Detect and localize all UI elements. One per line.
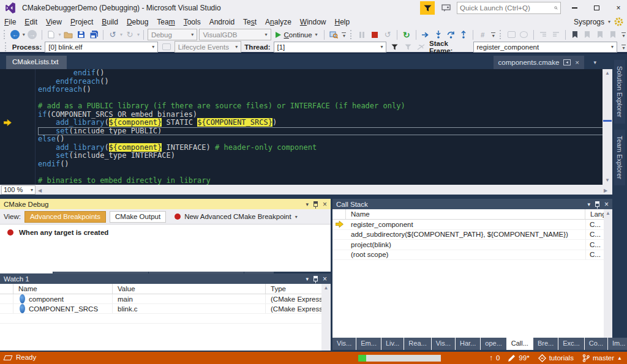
code-line[interactable] <box>38 168 612 177</box>
code-line[interactable]: else() <box>38 135 612 144</box>
new-breakpoint-caret-icon[interactable]: ▾ <box>295 214 298 220</box>
toolbar-overflow-icon[interactable]: ▾ <box>340 32 347 37</box>
breakpoints-window-icon[interactable] <box>506 29 517 40</box>
close-panel-icon[interactable]: × <box>604 200 609 209</box>
menu-tools[interactable]: Tools <box>179 17 205 28</box>
window-position-caret-icon[interactable]: ▾ <box>306 201 309 207</box>
column-name[interactable]: Name <box>13 284 113 294</box>
menu-build[interactable]: Build <box>97 17 122 28</box>
new-file-icon[interactable] <box>46 29 57 40</box>
toolbar-overflow-icon[interactable]: ▾ <box>490 32 497 37</box>
panel-tab-4[interactable]: Vis... <box>432 338 455 350</box>
panel-tab-2[interactable]: Liv... <box>381 338 404 350</box>
continue-caret-icon[interactable]: ▾ <box>315 32 318 37</box>
side-tab-solution-explorer[interactable]: Solution Explorer <box>614 60 625 124</box>
tab-cmakelists[interactable]: CMakeLists.txt <box>6 56 67 69</box>
panel-tab-10[interactable]: Co... <box>585 338 607 350</box>
side-tab-team-explorer[interactable]: Team Explorer <box>614 130 625 185</box>
minimize-button[interactable] <box>566 1 583 15</box>
undo-icon[interactable]: ↺ <box>107 29 118 40</box>
redo-caret-icon[interactable]: ▾ <box>137 32 140 37</box>
pin-icon[interactable] <box>314 276 318 281</box>
menu-view[interactable]: View <box>42 17 66 28</box>
editor-vertical-scrollbar[interactable]: ▲ ▼ <box>603 69 612 185</box>
callstack-row[interactable]: project(blink)C... <box>332 240 612 250</box>
step-over-icon[interactable] <box>446 29 457 40</box>
navigate-back-icon[interactable]: ← <box>10 29 21 40</box>
exceptions-window-icon[interactable] <box>519 29 530 40</box>
code-line[interactable]: endforeach() <box>38 78 612 86</box>
watch-row[interactable]: COMPONENT_SRCSblink.c(CMake Expressi <box>0 304 331 314</box>
scroll-down-icon[interactable]: ▼ <box>603 176 612 185</box>
menu-test[interactable]: Test <box>239 17 261 28</box>
close-panel-icon[interactable]: × <box>323 275 327 283</box>
lifecycle-events-combo[interactable]: Lifecycle Events▾ <box>175 41 242 53</box>
step-into-icon[interactable] <box>433 29 444 40</box>
notifications-gear-icon[interactable] <box>614 17 623 26</box>
menu-analyze[interactable]: Analyze <box>261 17 296 28</box>
process-combo[interactable]: [0] blink.elf▾ <box>45 42 158 53</box>
continue-button[interactable]: Continue ▾ <box>273 31 320 39</box>
menu-android[interactable]: Android <box>205 17 239 28</box>
thread-filter-icon[interactable] <box>389 42 400 53</box>
column-value[interactable]: Value <box>113 284 266 294</box>
redo-icon[interactable]: ↻ <box>124 29 135 40</box>
platform-combo[interactable]: VisualGDB▾ <box>199 29 271 40</box>
panel-tab-0[interactable]: Vis... <box>332 338 356 350</box>
new-file-caret-icon[interactable]: ▾ <box>59 32 61 37</box>
solution-config-combo[interactable]: Debug▾ <box>148 29 197 40</box>
code-line[interactable]: set(include_type PUBLIC) <box>38 127 612 136</box>
restart-icon[interactable]: ↺ <box>382 29 393 40</box>
watch-empty-row[interactable] <box>0 314 331 324</box>
window-position-caret-icon[interactable]: ▾ <box>587 201 590 207</box>
quick-launch-input[interactable] <box>460 4 554 12</box>
menu-window[interactable]: Window <box>296 17 331 28</box>
step-out-icon[interactable] <box>458 29 469 40</box>
menu-edit[interactable]: Edit <box>20 17 42 28</box>
panel-tab-6[interactable]: ope... <box>481 338 506 350</box>
open-folder-icon[interactable] <box>63 29 74 40</box>
panel-tab-11[interactable]: Im... <box>608 338 627 350</box>
refresh-icon[interactable]: ↻ <box>401 29 412 40</box>
toolbar-overflow-icon[interactable]: ▾ <box>620 32 627 37</box>
close-panel-icon[interactable]: × <box>323 200 327 209</box>
previous-bookmark-icon[interactable] <box>582 29 593 40</box>
pin-icon[interactable] <box>595 201 599 207</box>
pending-edits[interactable]: 99* <box>508 354 529 362</box>
clear-bookmarks-icon[interactable] <box>607 29 618 40</box>
advanced-breakpoints-button[interactable]: Advanced Breakpoints <box>24 211 106 223</box>
repo-indicator[interactable]: tutorials <box>538 354 574 362</box>
menu-debug[interactable]: Debug <box>122 17 152 28</box>
save-all-icon[interactable] <box>88 29 99 40</box>
restore-button[interactable] <box>588 1 605 15</box>
save-icon[interactable] <box>75 29 86 40</box>
code-line[interactable]: endif() <box>38 69 612 78</box>
watch-row[interactable]: componentmain(CMake Expressi <box>0 294 331 304</box>
scroll-right-icon[interactable]: ▶ <box>601 188 610 193</box>
zoom-selector[interactable]: 100 %▾ <box>1 185 36 195</box>
panel-tab-7[interactable]: Call... <box>507 338 533 350</box>
thread-combo[interactable]: [1]▾ <box>274 42 387 53</box>
code-editor[interactable]: endif() endforeach()endforeach()# add as… <box>0 69 612 185</box>
code-line[interactable]: # add as a PUBLIC library (if there are … <box>38 102 612 111</box>
filter-icon[interactable] <box>420 1 435 15</box>
code-line[interactable] <box>38 94 612 103</box>
bookmark-icon[interactable] <box>569 29 580 40</box>
window-position-caret-icon[interactable]: ▾ <box>306 276 309 282</box>
callstack-row[interactable]: add_subdirectory(${COMPONENT_PATH}, ${CO… <box>332 230 612 240</box>
navigate-forward-icon[interactable]: → <box>27 29 38 40</box>
editor-horizontal-scrollbar[interactable]: ◀ <box>36 185 601 195</box>
stop-icon[interactable] <box>369 29 380 40</box>
panel-tab-3[interactable]: Rea... <box>404 338 430 350</box>
indent-icon[interactable] <box>538 29 549 40</box>
panel-tab-9[interactable]: Exc... <box>558 338 584 350</box>
panel-tab-5[interactable]: Har... <box>456 338 480 350</box>
panel-tab-1[interactable]: Em... <box>356 338 381 350</box>
scroll-up-icon[interactable]: ▲ <box>321 284 331 292</box>
unpushed-commits[interactable]: ↑0 <box>489 354 500 362</box>
breakpoint-item[interactable]: When any target is created <box>0 225 331 236</box>
toolbar-grip[interactable] <box>4 30 7 39</box>
step-backward-icon[interactable] <box>161 42 171 53</box>
close-tab-icon[interactable]: × <box>575 59 579 66</box>
panel-tab-8[interactable]: Bre... <box>533 338 558 350</box>
